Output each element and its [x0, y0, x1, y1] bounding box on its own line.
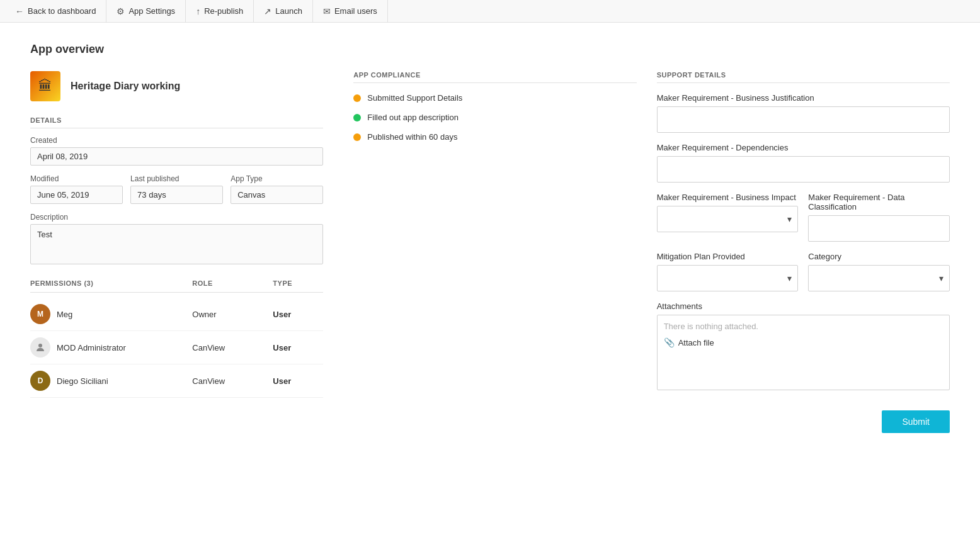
app-header: 🏛 Heritage Diary working	[30, 71, 323, 101]
created-value: April 08, 2019	[30, 147, 323, 166]
avatar-mod	[30, 337, 50, 358]
settings-icon: ⚙	[117, 6, 125, 16]
page-title: App overview	[30, 43, 950, 56]
col-type-label: TYPE	[273, 279, 323, 287]
modified-field: Modified June 05, 2019	[30, 174, 123, 204]
compliance-label-1: Filled out app description	[367, 113, 459, 122]
modified-row: Modified June 05, 2019 Last published 73…	[30, 174, 323, 213]
compliance-section-label: APP COMPLIANCE	[353, 71, 636, 83]
user-cell-mod: MOD Administrator	[30, 337, 187, 358]
mp-label: Mitigation Plan Provided	[657, 252, 799, 261]
user-name-diego: Diego Siciliani	[57, 376, 108, 386]
bi-label: Maker Requirement - Business Impact	[657, 193, 799, 202]
compliance-label-0: Submitted Support Details	[367, 93, 462, 103]
avatar-diego: D	[30, 371, 50, 391]
compliance-item-2: Published within 60 days	[353, 132, 636, 142]
dependencies-field: Maker Requirement - Dependencies	[657, 143, 950, 183]
attachments-box: There is nothing attached. 📎 Attach file	[657, 315, 950, 390]
bi-select-wrapper: ▾	[657, 206, 799, 232]
last-published-value: 73 days	[130, 186, 223, 204]
perm-role-diego: CanView	[192, 376, 268, 386]
bj-input[interactable]	[657, 106, 950, 133]
back-to-dashboard[interactable]: ← Back to dashboard	[5, 0, 106, 22]
support-section-label: SUPPORT DETAILS	[657, 71, 950, 83]
status-dot-orange-2	[353, 133, 361, 141]
mp-select[interactable]	[657, 265, 799, 291]
submit-row: Submit	[657, 410, 950, 433]
cat-label: Category	[808, 252, 950, 261]
compliance-item-1: Filled out app description	[353, 113, 636, 122]
paperclip-icon: 📎	[664, 337, 675, 347]
perm-role-mod: CanView	[192, 343, 268, 352]
app-icon: 🏛	[30, 71, 60, 101]
attach-file-label: Attach file	[678, 338, 714, 347]
cat-select-wrapper: ▾	[808, 265, 950, 291]
compliance-item-0: Submitted Support Details	[353, 93, 636, 103]
settings-label: App Settings	[128, 6, 175, 16]
back-icon: ←	[15, 6, 24, 16]
status-dot-green	[353, 114, 361, 121]
user-name-mod: MOD Administrator	[57, 343, 126, 352]
email-icon: ✉	[323, 6, 331, 16]
launch-icon: ↗	[264, 6, 271, 16]
modified-label: Modified	[30, 174, 123, 183]
created-label: Created	[30, 136, 323, 145]
dep-label: Maker Requirement - Dependencies	[657, 143, 950, 152]
app-settings-nav[interactable]: ⚙ App Settings	[106, 0, 186, 22]
republish-label: Re-publish	[204, 6, 243, 16]
email-label: Email users	[334, 6, 377, 16]
svg-point-0	[38, 344, 42, 347]
attachments-placeholder: There is nothing attached.	[664, 322, 943, 331]
dc-input[interactable]	[808, 215, 950, 242]
attachments-label: Attachments	[657, 301, 950, 311]
permission-row: D Diego Siciliani CanView User	[30, 364, 323, 398]
dc-label: Maker Requirement - Data Classification	[808, 193, 950, 211]
perm-type-mod: User	[273, 343, 323, 352]
app-type-field: App Type Canvas	[231, 174, 323, 204]
business-impact-field: Maker Requirement - Business Impact ▾	[657, 193, 799, 242]
content-grid: 🏛 Heritage Diary working DETAILS Created…	[30, 71, 950, 433]
last-published-field: Last published 73 days	[130, 174, 223, 204]
app-type-label: App Type	[231, 174, 323, 183]
support-column: SUPPORT DETAILS Maker Requirement - Busi…	[657, 71, 950, 433]
submit-button[interactable]: Submit	[882, 410, 950, 433]
bi-select[interactable]	[657, 206, 799, 232]
avatar-meg: M	[30, 304, 50, 324]
details-section-label: DETAILS	[30, 116, 323, 128]
support-row-1: Maker Requirement - Business Impact ▾ Ma…	[657, 193, 950, 242]
category-field: Category ▾	[808, 252, 950, 291]
permission-row: M Meg Owner User	[30, 298, 323, 331]
description-label: Description	[30, 213, 323, 222]
main-content: App overview 🏛 Heritage Diary working DE…	[0, 23, 980, 453]
mp-select-wrapper: ▾	[657, 265, 799, 291]
attach-file-button[interactable]: 📎 Attach file	[664, 337, 714, 347]
permissions-section-label: PERMISSIONS (3)	[30, 279, 187, 287]
launch-nav[interactable]: ↗ Launch	[254, 0, 313, 22]
modified-value: June 05, 2019	[30, 186, 123, 204]
data-classification-field: Maker Requirement - Data Classification	[808, 193, 950, 242]
bj-label: Maker Requirement - Business Justificati…	[657, 93, 950, 103]
email-users-nav[interactable]: ✉ Email users	[313, 0, 388, 22]
description-value[interactable]: Test	[30, 224, 323, 264]
back-label: Back to dashboard	[28, 6, 96, 16]
republish-nav[interactable]: ↑ Re-publish	[186, 0, 254, 22]
user-name-meg: Meg	[57, 310, 72, 319]
attachments-field: Attachments There is nothing attached. 📎…	[657, 301, 950, 390]
user-cell-diego: D Diego Siciliani	[30, 371, 187, 391]
user-cell-meg: M Meg	[30, 304, 187, 324]
last-published-label: Last published	[130, 174, 223, 183]
perm-role-meg: Owner	[192, 310, 268, 319]
permissions-header: PERMISSIONS (3) ROLE TYPE	[30, 279, 323, 293]
perm-type-meg: User	[273, 310, 323, 319]
dep-input[interactable]	[657, 156, 950, 183]
launch-label: Launch	[275, 6, 302, 16]
business-justification-field: Maker Requirement - Business Justificati…	[657, 93, 950, 133]
perm-type-diego: User	[273, 376, 323, 386]
app-name: Heritage Diary working	[71, 81, 180, 92]
permission-row: MOD Administrator CanView User	[30, 331, 323, 364]
status-dot-orange	[353, 94, 361, 102]
left-column: 🏛 Heritage Diary working DETAILS Created…	[30, 71, 323, 433]
cat-select[interactable]	[808, 265, 950, 291]
description-field: Description Test	[30, 213, 323, 264]
compliance-column: APP COMPLIANCE Submitted Support Details…	[343, 71, 636, 433]
